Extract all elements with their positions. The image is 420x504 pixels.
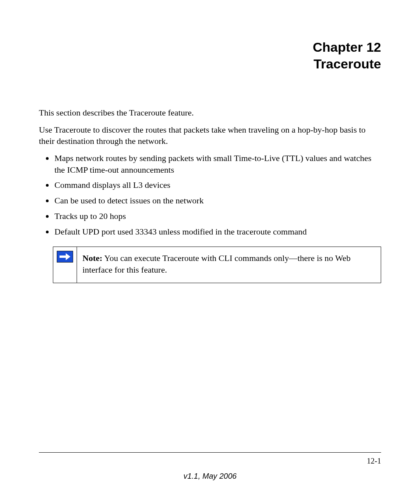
note-body: You can execute Traceroute with CLI comm… [82,253,350,275]
chapter-heading: Chapter 12 Traceroute [39,39,381,72]
intro-paragraph-2: Use Traceroute to discover the routes th… [39,124,381,147]
list-item: Maps network routes by sending packets w… [54,152,381,175]
note-icon-cell [53,247,77,282]
intro-paragraph-1: This section describes the Traceroute fe… [39,107,381,119]
note-text: Note: You can execute Traceroute with CL… [77,247,381,282]
list-item: Command displays all L3 devices [54,179,381,191]
arrow-right-icon [57,251,73,262]
list-item: Default UPD port used 33343 unless modif… [54,226,381,238]
note-box: Note: You can execute Traceroute with CL… [53,247,381,283]
footer-rule [39,452,381,453]
note-label: Note: [82,253,102,263]
version-label: v1.1, May 2006 [39,472,381,481]
document-page: Chapter 12 Traceroute This section descr… [0,0,420,504]
page-footer: 12-1 v1.1, May 2006 [39,452,381,481]
body-text: This section describes the Traceroute fe… [39,107,381,283]
chapter-number: Chapter 12 [39,39,381,56]
list-item: Tracks up to 20 hops [54,210,381,222]
chapter-title: Traceroute [39,56,381,72]
list-item: Can be used to detect issues on the netw… [54,195,381,206]
feature-bullet-list: Maps network routes by sending packets w… [39,152,381,237]
page-number: 12-1 [39,457,381,466]
